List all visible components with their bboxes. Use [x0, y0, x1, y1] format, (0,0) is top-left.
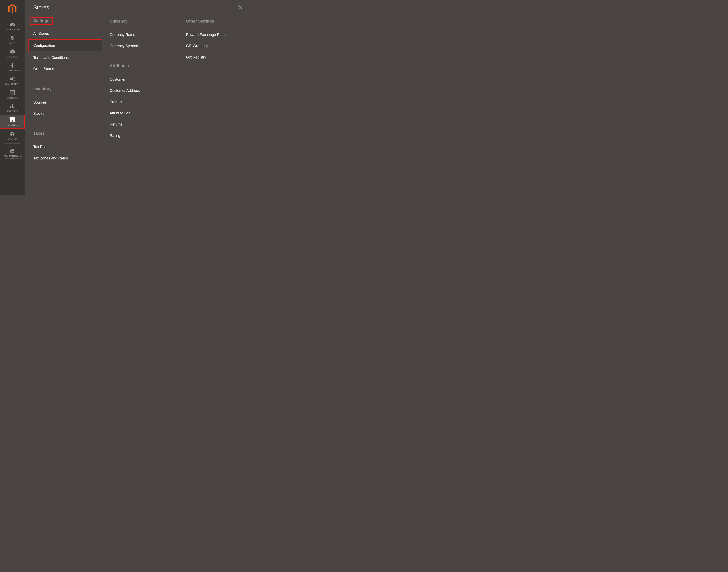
- svg-point-23: [11, 149, 12, 150]
- menu-attr-attribute-set[interactable]: Attribute Set: [110, 108, 186, 119]
- nav-content[interactable]: CONTENT: [0, 87, 25, 101]
- app-root: DASHBOARD $ SALES CATALOG CUSTOMERS MARK…: [0, 0, 249, 195]
- svg-rect-9: [13, 106, 14, 108]
- nav-reports[interactable]: REPORTS: [0, 101, 25, 115]
- nav-partners[interactable]: FIND PARTNERS & EXTENSIONS: [0, 146, 25, 162]
- nav-customers[interactable]: CUSTOMERS: [0, 60, 25, 74]
- svg-point-0: [12, 25, 13, 25]
- group-title-settings: Settings: [30, 18, 52, 24]
- nav-label: REPORTS: [7, 110, 18, 113]
- menu-currency-rates[interactable]: Currency Rates: [110, 29, 186, 41]
- menu-reward-exchange[interactable]: Reward Exchange Rates: [186, 29, 241, 41]
- magento-logo[interactable]: [7, 0, 17, 17]
- nav-label: SALES: [8, 42, 16, 45]
- menu-all-stores[interactable]: All Stores: [33, 28, 110, 39]
- svg-rect-7: [10, 106, 11, 108]
- close-button[interactable]: [238, 5, 243, 11]
- customers-icon: [9, 63, 15, 68]
- stores-icon: [9, 117, 15, 123]
- menu-gift-registry[interactable]: Gift Registry: [186, 52, 241, 63]
- svg-rect-8: [12, 104, 13, 108]
- menu-attr-returns[interactable]: Returns: [110, 119, 186, 130]
- nav-dashboard[interactable]: DASHBOARD: [0, 19, 25, 33]
- nav-label: CATALOG: [7, 56, 18, 58]
- svg-text:$: $: [11, 35, 14, 41]
- menu-attr-customer[interactable]: Customer: [110, 74, 186, 85]
- svg-point-27: [13, 151, 14, 151]
- menu-tax-rules[interactable]: Tax Rules: [33, 141, 110, 153]
- nav-marketing[interactable]: MARKETING: [0, 74, 25, 87]
- nav-label: MARKETING: [5, 83, 19, 85]
- svg-rect-11: [12, 120, 13, 122]
- group-title-attributes: Attributes: [110, 64, 186, 68]
- flyout-columns: Settings All Stores Configuration Terms …: [33, 18, 241, 164]
- catalog-icon: [9, 49, 15, 54]
- nav-system[interactable]: SYSTEM: [0, 129, 25, 142]
- svg-point-24: [13, 149, 14, 150]
- flyout-col-3: Other Settings Reward Exchange Rates Gif…: [186, 18, 241, 164]
- menu-stocks[interactable]: Stocks: [33, 108, 110, 119]
- nav-label: DASHBOARD: [5, 28, 20, 31]
- svg-point-3: [12, 63, 13, 65]
- partners-icon: [9, 148, 15, 153]
- svg-point-25: [11, 151, 12, 151]
- nav-catalog[interactable]: CATALOG: [0, 47, 25, 60]
- nav-label: CONTENT: [7, 96, 18, 99]
- menu-terms-conditions[interactable]: Terms and Conditions: [33, 52, 110, 63]
- menu-attr-rating[interactable]: Rating: [110, 130, 186, 141]
- sidebar-divider: [4, 143, 20, 144]
- menu-order-status[interactable]: Order Status: [33, 63, 110, 75]
- sales-icon: $: [9, 35, 15, 41]
- menu-attr-product[interactable]: Product: [110, 96, 186, 108]
- highlight-configuration: Configuration: [29, 40, 102, 52]
- menu-configuration[interactable]: Configuration: [29, 40, 101, 51]
- flyout-title: Stores: [33, 4, 241, 11]
- nav-stores[interactable]: STORES: [0, 115, 25, 128]
- menu-currency-symbols[interactable]: Currency Symbols: [110, 41, 186, 52]
- svg-point-26: [12, 151, 13, 151]
- menu-gift-wrapping[interactable]: Gift Wrapping: [186, 41, 241, 52]
- menu-attr-customer-address[interactable]: Customer Address: [110, 85, 186, 96]
- reports-icon: [9, 103, 15, 109]
- flyout-col-1: Settings All Stores Configuration Terms …: [33, 18, 110, 164]
- group-title-other: Other Settings: [186, 19, 241, 23]
- group-title-currency: Currency: [110, 19, 186, 23]
- flyout-col-2: Currency Currency Rates Currency Symbols…: [110, 18, 186, 164]
- nav-label: CUSTOMERS: [5, 69, 20, 72]
- content-icon: [9, 90, 15, 95]
- dashboard-icon: [9, 22, 15, 27]
- group-title-taxes: Taxes: [33, 131, 110, 136]
- system-icon: [9, 131, 15, 136]
- sidebar-divider: [4, 17, 20, 17]
- stores-flyout-panel: Stores Settings All Stores Configuration…: [25, 0, 249, 195]
- close-icon: [238, 5, 243, 10]
- group-title-inventory: Inventory: [33, 86, 110, 91]
- admin-sidebar: DASHBOARD $ SALES CATALOG CUSTOMERS MARK…: [0, 0, 25, 195]
- nav-label: FIND PARTNERS & EXTENSIONS: [3, 155, 22, 160]
- marketing-icon: [9, 76, 15, 82]
- nav-label: SYSTEM: [7, 138, 17, 140]
- menu-tax-zones-rates[interactable]: Tax Zones and Rates: [33, 153, 110, 164]
- menu-sources[interactable]: Sources: [33, 97, 110, 108]
- nav-label: STORES: [7, 124, 17, 126]
- nav-sales[interactable]: $ SALES: [0, 33, 25, 47]
- svg-point-13: [12, 133, 13, 135]
